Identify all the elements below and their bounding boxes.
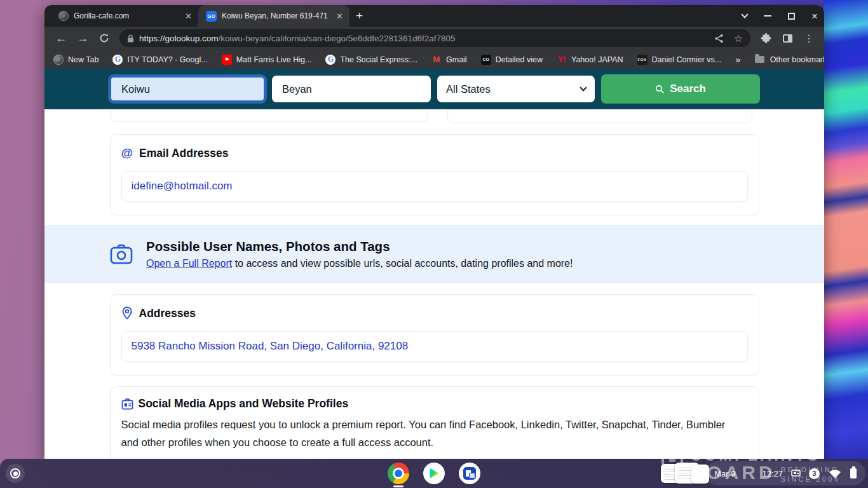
social-card-title: Social Media Apps and Website Profiles [139,397,349,410]
state-select[interactable]: All States [437,76,595,102]
launcher-button[interactable] [6,464,25,483]
active-app-indicator [393,485,403,487]
bookmark-social-express[interactable]: G The Social Express:... [325,55,417,65]
social-card-body: Social media profiles request you to unl… [121,416,744,451]
bookmark-label: Detailed view [496,55,543,64]
banner-rest-text: to access and view possible urls, social… [232,258,573,269]
back-button[interactable]: ← [52,29,70,47]
shelf: Mar 9 12:27 3 [0,459,868,488]
tab-close-icon[interactable]: ✕ [336,12,343,20]
google-g-icon: G [325,55,336,65]
files-app-icon[interactable] [459,463,480,484]
banner-subtext: Open a Full Report to access and view po… [146,258,573,269]
tab-title: Koiwu Beyan, Number 619-471 [222,11,331,20]
forward-button[interactable]: → [74,29,92,47]
close-window-button[interactable]: × [811,11,818,22]
tab-close-icon[interactable]: ✕ [185,12,192,20]
bookmark-yahoo-japan[interactable]: Y! Yahoo! JAPAN [557,55,623,65]
url-text: https://golookup.com/koiwu-beyan/califor… [139,34,709,43]
shelf-date: Mar 9 [714,469,735,478]
state-select-value: All States [446,83,491,95]
yahoo-icon: Y! [557,55,567,65]
globe-icon [53,55,64,65]
email-card-title: Email Addresses [139,147,228,160]
chevron-down-icon [580,84,587,91]
bookmark-daniel-cormier[interactable]: FOX Daniel Cormier vs... [637,55,722,65]
desktop-wallpaper-stripes [824,0,868,488]
maximize-button[interactable] [788,13,795,20]
reload-button[interactable] [95,29,113,47]
tab-favicon-globe-icon [58,11,69,21]
site-search-header: All States Search [44,69,824,109]
browser-menu-button[interactable]: ⋮ [800,29,818,47]
lock-icon [127,34,134,43]
email-addresses-card: @ Email Addresses idefine@hotmail.com [110,134,759,215]
other-bookmarks-label: Other bookmarks [770,55,824,64]
wifi-icon [828,468,842,479]
page-content: @ Email Addresses idefine@hotmail.com Ad… [44,109,824,459]
search-button-label: Search [670,83,706,95]
bookmark-gmail[interactable]: M Gmail [431,55,467,65]
map-pin-icon [121,306,133,320]
bookmark-new-tab[interactable]: New Tab [53,55,98,65]
email-link[interactable]: idefine@hotmail.com [132,180,233,193]
fox-icon: FOX [637,55,648,65]
partial-card-left [110,109,428,122]
bookmark-detailed-view[interactable]: CO Detailed view [481,55,543,65]
tab-favicon-go-icon: GO [206,11,217,22]
email-at-icon: @ [121,146,133,160]
social-media-card: Social Media Apps and Website Profiles S… [110,386,759,459]
bookmark-ity-today[interactable]: G ITY TODAY? - Googl... [112,55,207,65]
display-icon [791,470,801,478]
last-name-input[interactable] [272,76,431,102]
bookmark-label: The Social Express:... [340,55,417,64]
addresses-card: Addresses 5938 Rancho Mission Road, San … [110,294,759,376]
minimize-button[interactable] [764,15,771,17]
window-menu-chevron-icon[interactable] [741,11,748,18]
other-bookmarks[interactable]: Other bookmarks [755,55,824,64]
email-item: idefine@hotmail.com [121,171,748,201]
puzzle-icon [761,33,771,44]
gmail-icon: M [431,55,442,65]
new-tab-button[interactable]: + [356,9,363,23]
files-icon [463,467,476,480]
bookmark-label: ITY TODAY? - Googl... [127,55,207,64]
google-g-icon: G [112,55,123,65]
bookmarks-overflow-chevron[interactable]: » [735,54,740,65]
tab-koiwu-beyan[interactable]: GO Koiwu Beyan, Number 619-471 ✕ [198,5,349,27]
address-bar[interactable]: https://golookup.com/koiwu-beyan/califor… [119,29,750,47]
share-icon[interactable] [714,34,724,43]
status-tray[interactable]: Mar 9 12:27 3 [705,461,865,485]
browser-toolbar: ← → https://golookup.com/koiwu-beyan/cal… [44,27,824,50]
holding-space-tote[interactable] [661,463,709,484]
shelf-clock: 12:27 [762,469,783,478]
address-link[interactable]: 5938 Rancho Mission Road, San Diego, Cal… [132,340,409,353]
first-name-input[interactable] [109,76,266,102]
side-panel-button[interactable] [778,29,796,47]
window-controls: × [742,5,818,27]
search-button[interactable]: Search [601,74,760,104]
tab-gorilla-cafe[interactable]: Gorilla-cafe.com ✕ [51,5,198,27]
bookmark-label: Gmail [446,55,467,64]
camera-icon [110,244,133,264]
open-full-report-link[interactable]: Open a Full Report [146,258,232,269]
addresses-card-title: Addresses [139,307,196,320]
chrome-app-icon[interactable] [388,463,409,484]
url-path: /koiwu-beyan/california/san-diego/5e6ddf… [219,34,456,43]
bookmark-star-icon[interactable]: ☆ [734,32,743,44]
extensions-button[interactable] [757,29,775,47]
tab-title: Gorilla-cafe.com [74,11,180,20]
banner-title: Possible User Names, Photos and Tags [146,239,573,254]
bookmark-matt-farris[interactable]: Matt Farris Live Hig... [222,55,312,65]
play-store-app-icon[interactable] [423,463,445,484]
full-report-banner: Possible User Names, Photos and Tags Ope… [44,225,824,283]
bookmark-label: Matt Farris Live Hig... [236,55,312,64]
side-panel-icon [783,34,792,43]
profiles-badge-icon [121,398,133,410]
bookmark-label: Daniel Cormier vs... [652,55,722,64]
launcher-icon [13,471,18,476]
tab-strip: Gorilla-cafe.com ✕ GO Koiwu Beyan, Numbe… [44,5,824,27]
notification-counter: 3 [809,468,820,479]
co-badge-icon: CO [481,55,491,65]
address-item: 5938 Rancho Mission Road, San Diego, Cal… [121,331,748,362]
